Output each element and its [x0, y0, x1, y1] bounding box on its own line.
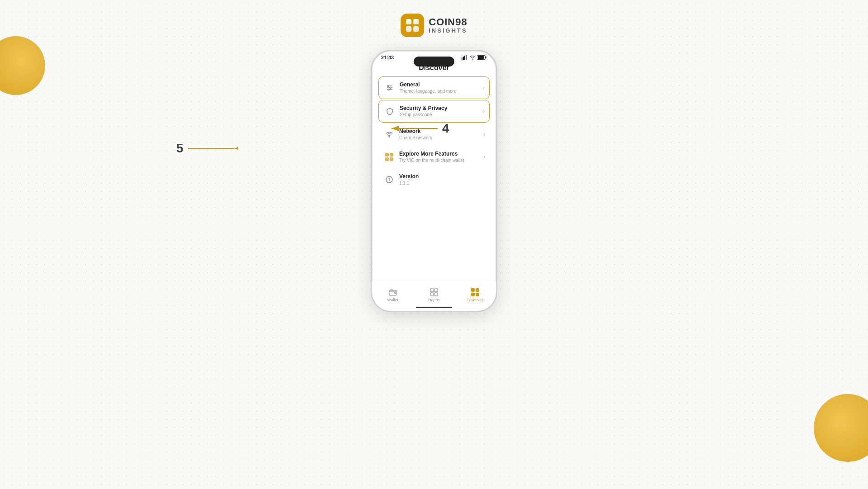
general-texts: General Theme, language, and more: [400, 81, 483, 94]
svg-point-8: [472, 59, 473, 60]
wallet-nav-icon: [388, 288, 397, 297]
svg-rect-33: [476, 288, 479, 292]
general-label: General: [400, 81, 483, 88]
svg-point-16: [390, 87, 392, 89]
svg-rect-2: [406, 26, 411, 32]
nav-discover[interactable]: Discover: [455, 288, 496, 302]
svg-point-17: [388, 89, 390, 90]
svg-rect-32: [471, 288, 475, 292]
status-icons: [462, 55, 487, 60]
phone-wrapper: 21:43: [371, 50, 497, 312]
dapps-nav-label: Dapps: [428, 298, 440, 302]
version-label: Version: [399, 173, 485, 180]
svg-rect-21: [385, 157, 389, 161]
svg-rect-29: [434, 289, 438, 292]
version-sublabel: 1.1.1: [399, 180, 485, 186]
svg-rect-31: [434, 293, 438, 296]
svg-rect-22: [390, 157, 393, 161]
annotation-4: 4: [388, 121, 449, 136]
arrow-5-svg: [188, 143, 238, 154]
general-sublabel: Theme, language, and more: [400, 88, 483, 94]
menu-item-version: Version 1.1.1: [378, 169, 490, 190]
nav-dapps[interactable]: Dapps: [413, 288, 454, 302]
svg-rect-20: [390, 153, 393, 157]
wallet-nav-label: Wallet: [387, 298, 398, 302]
svg-point-15: [388, 85, 389, 87]
svg-rect-7: [466, 55, 467, 60]
security-sublabel: Setup passcode: [400, 112, 483, 118]
svg-rect-30: [430, 293, 434, 296]
logo-icon: [401, 14, 424, 37]
svg-rect-0: [406, 19, 411, 24]
security-chevron: ›: [483, 108, 485, 114]
discover-nav-icon: [471, 288, 480, 297]
svg-point-25: [389, 178, 390, 179]
svg-rect-1: [413, 19, 419, 24]
svg-rect-4: [462, 57, 462, 60]
phone-notch: [414, 57, 454, 66]
explore-chevron: ›: [483, 154, 485, 160]
home-indicator: [416, 307, 452, 308]
explore-texts: Explore More Features Try VIC on the mul…: [399, 151, 483, 163]
annotation-4-number: 4: [442, 121, 449, 136]
svg-rect-34: [471, 293, 475, 296]
phone-device: 21:43: [371, 50, 497, 312]
general-chevron: ›: [483, 85, 485, 91]
svg-rect-28: [430, 289, 434, 292]
status-time: 21:43: [381, 55, 394, 60]
discover-nav-label: Discover: [467, 298, 483, 302]
dapps-nav-icon: [429, 288, 439, 297]
svg-rect-10: [478, 56, 484, 59]
logo-text: COIN98 INSIGHTS: [429, 17, 467, 34]
annotation-5: 5: [176, 141, 238, 156]
logo-area: COIN98 INSIGHTS: [401, 14, 467, 37]
security-label: Security & Privacy: [400, 105, 483, 111]
svg-rect-19: [385, 153, 389, 157]
svg-rect-35: [476, 293, 479, 296]
security-texts: Security & Privacy Setup passcode: [400, 105, 483, 117]
explore-label: Explore More Features: [399, 151, 483, 157]
logo-insights-label: INSIGHTS: [429, 28, 467, 34]
svg-rect-5: [463, 57, 464, 60]
sliders-icon: [383, 81, 396, 94]
svg-rect-6: [464, 56, 465, 60]
svg-rect-27: [394, 293, 396, 294]
coin98-icon: [383, 151, 396, 163]
shield-icon: [383, 105, 396, 118]
menu-item-general[interactable]: General Theme, language, and more ›: [378, 76, 490, 99]
menu-item-security-privacy[interactable]: Security & Privacy Setup passcode ›: [378, 100, 490, 123]
network-chevron: ›: [483, 131, 485, 138]
svg-rect-11: [486, 57, 486, 58]
menu-item-explore[interactable]: Explore More Features Try VIC on the mul…: [378, 146, 490, 168]
logo-coin98-label: COIN98: [429, 17, 467, 28]
nav-wallet[interactable]: Wallet: [372, 288, 413, 302]
info-icon: [383, 173, 396, 186]
version-texts: Version 1.1.1: [399, 173, 485, 185]
svg-rect-3: [413, 26, 419, 32]
annotation-5-number: 5: [176, 141, 184, 156]
arrow-4-svg: [388, 123, 438, 134]
svg-point-18: [389, 137, 390, 138]
explore-sublabel: Try VIC on the multi-chain wallet: [399, 157, 483, 163]
